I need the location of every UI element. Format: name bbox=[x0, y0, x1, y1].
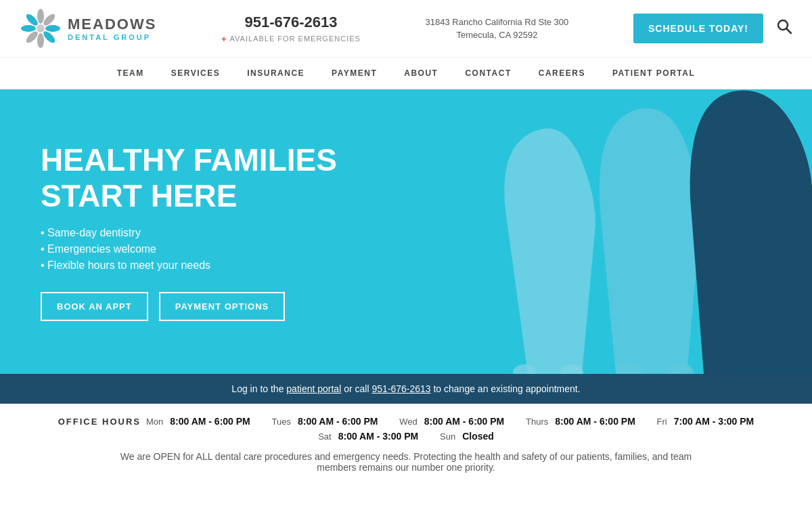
info-bar-phone-link[interactable]: 951-676-2613 bbox=[371, 383, 430, 394]
info-bar-text-suffix: to change an existing appointment. bbox=[431, 383, 581, 394]
teeth-svg bbox=[420, 89, 812, 374]
svg-point-2 bbox=[45, 25, 60, 32]
day-fri-label: Fri bbox=[657, 417, 667, 427]
hero-bullets: • Same-day dentistry • Emergencies welco… bbox=[41, 227, 392, 272]
svg-point-0 bbox=[37, 9, 44, 24]
emergency-text: AVAILABLE FOR EMERGENCIES bbox=[230, 35, 361, 43]
day-wed-time: 8:00 AM - 6:00 PM bbox=[424, 416, 505, 427]
svg-line-10 bbox=[787, 29, 792, 34]
header-right: SCHEDULE TODAY! bbox=[633, 14, 792, 43]
hero-bullet-1: • Same-day dentistry bbox=[41, 227, 392, 239]
patient-portal-link[interactable]: patient portal bbox=[286, 383, 341, 394]
search-icon bbox=[777, 19, 792, 34]
hours-row: OFFICE HOURS Mon 8:00 AM - 6:00 PM Tues … bbox=[14, 416, 798, 427]
day-tues-time: 8:00 AM - 6:00 PM bbox=[298, 416, 378, 427]
main-nav: TEAM SERVICES INSURANCE PAYMENT ABOUT CO… bbox=[0, 58, 812, 89]
logo-meadows-text: MEADOWS bbox=[68, 16, 156, 33]
day-thurs-label: Thurs bbox=[526, 417, 548, 427]
hero-title: HEALTHY FAMILIES START HERE bbox=[41, 142, 392, 214]
nav-item-careers[interactable]: CAREERS bbox=[539, 68, 585, 78]
info-bar-text-mid: or call bbox=[341, 383, 371, 394]
nav-item-team[interactable]: TEAM bbox=[117, 68, 144, 78]
day-sun-time: Closed bbox=[462, 431, 494, 442]
hero-section: HEALTHY FAMILIES START HERE • Same-day d… bbox=[0, 89, 812, 374]
hero-bullet-3: • Flexible hours to meet your needs bbox=[41, 259, 392, 272]
nav-item-contact[interactable]: CONTACT bbox=[465, 68, 511, 78]
day-wed-label: Wed bbox=[399, 417, 418, 427]
info-bar: Log in to the patient portal or call 951… bbox=[0, 374, 812, 404]
nav-item-insurance[interactable]: INSURANCE bbox=[247, 68, 304, 78]
day-fri-time: 7:00 AM - 3:00 PM bbox=[674, 416, 754, 427]
hero-buttons: BOOK AN APPT PAYMENT OPTIONS bbox=[41, 292, 392, 321]
day-sun-label: Sun bbox=[440, 431, 455, 442]
day-tues-label: Tues bbox=[272, 417, 291, 427]
schedule-today-button[interactable]: SCHEDULE TODAY! bbox=[633, 14, 763, 43]
day-sat-label: Sat bbox=[318, 431, 332, 442]
day-thurs-time: 8:00 AM - 6:00 PM bbox=[555, 416, 635, 427]
address-line1: 31843 Rancho California Rd Ste 300 bbox=[426, 16, 569, 29]
header-phone[interactable]: 951-676-2613 bbox=[244, 14, 337, 31]
emergency-cross-icon: + bbox=[221, 34, 227, 44]
office-hours-label: OFFICE HOURS bbox=[58, 417, 141, 427]
header-center: 951-676-2613 + AVAILABLE FOR EMERGENCIES bbox=[221, 14, 361, 44]
day-mon-label: Mon bbox=[146, 417, 163, 427]
search-button[interactable] bbox=[777, 19, 792, 38]
hero-bullet-2: • Emergencies welcome bbox=[41, 243, 392, 255]
logo-area: MEADOWS DENTAL GROUP bbox=[20, 8, 156, 49]
info-bar-text-prefix: Log in to the bbox=[231, 383, 286, 394]
header-address: 31843 Rancho California Rd Ste 300 Temec… bbox=[426, 16, 569, 42]
logo-text: MEADOWS DENTAL GROUP bbox=[68, 16, 156, 41]
payment-options-button[interactable]: PAYMENT OPTIONS bbox=[159, 292, 286, 321]
open-notice: We are OPEN for ALL dental care procedur… bbox=[102, 446, 710, 475]
logo-icon bbox=[20, 8, 61, 49]
nav-item-payment[interactable]: PAYMENT bbox=[332, 68, 377, 78]
nav-item-services[interactable]: SERVICES bbox=[171, 68, 220, 78]
svg-point-4 bbox=[37, 33, 44, 48]
day-mon-time: 8:00 AM - 6:00 PM bbox=[170, 416, 250, 427]
svg-point-6 bbox=[21, 25, 36, 32]
logo-dental-text: DENTAL GROUP bbox=[68, 33, 156, 41]
hours-row-2: Sat 8:00 AM - 3:00 PM Sun Closed bbox=[14, 431, 798, 442]
nav-item-about[interactable]: ABOUT bbox=[404, 68, 438, 78]
nav-item-patient-portal[interactable]: PATIENT PORTAL bbox=[612, 68, 695, 78]
site-header: MEADOWS DENTAL GROUP 951-676-2613 + AVAI… bbox=[0, 0, 812, 58]
svg-point-8 bbox=[37, 24, 45, 33]
hero-teeth-graphic bbox=[420, 89, 812, 374]
book-appt-button[interactable]: BOOK AN APPT bbox=[41, 292, 148, 321]
address-line2: Temecula, CA 92592 bbox=[456, 28, 537, 42]
day-sat-time: 8:00 AM - 3:00 PM bbox=[338, 431, 419, 442]
hero-content: HEALTHY FAMILIES START HERE • Same-day d… bbox=[0, 108, 433, 356]
emergency-line: + AVAILABLE FOR EMERGENCIES bbox=[221, 34, 361, 44]
office-hours-section: OFFICE HOURS Mon 8:00 AM - 6:00 PM Tues … bbox=[0, 404, 812, 482]
